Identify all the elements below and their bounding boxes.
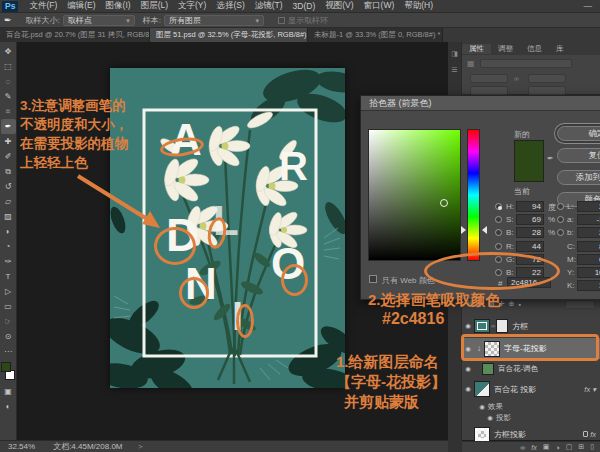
visibility-eye-icon[interactable]: ◉ bbox=[462, 365, 474, 373]
layer-name[interactable]: 方框投影 bbox=[494, 429, 526, 440]
sample-dropdown[interactable]: 所有图层 ▾ bbox=[164, 15, 264, 26]
tab-document-3[interactable]: 未标题-1 @ 33.3% (图层 0, RGB/8#) * × bbox=[308, 28, 443, 42]
dodge-tool[interactable]: ◔ bbox=[1, 239, 16, 254]
menu-window[interactable]: 窗口(W) bbox=[359, 0, 400, 12]
c-value-field[interactable]: 82 bbox=[577, 241, 600, 252]
color-field[interactable] bbox=[368, 129, 461, 261]
layer-fx-badge[interactable]: fx bbox=[583, 430, 596, 439]
r-value-field[interactable]: 44 bbox=[516, 241, 544, 252]
layer-thumbnail[interactable] bbox=[482, 363, 494, 375]
layer-fx-badge[interactable]: fx ▾ bbox=[584, 385, 596, 394]
add-to-swatches-button[interactable]: 添加到色板 bbox=[557, 170, 600, 185]
collapsed-panel-icon[interactable]: ◨ bbox=[448, 50, 461, 58]
menu-layer[interactable]: 图层(L) bbox=[136, 0, 173, 12]
show-sampling-ring-option[interactable]: 显示取样环 bbox=[278, 15, 328, 26]
menu-filter[interactable]: 滤镜(T) bbox=[250, 0, 288, 12]
brush-tool[interactable]: ✐ bbox=[1, 149, 16, 164]
k-value-field[interactable]: 37 bbox=[577, 280, 600, 291]
zoom-level-value[interactable]: 32.54% bbox=[8, 442, 35, 451]
quick-mask-button[interactable]: ▣ bbox=[1, 384, 16, 399]
layer-style-icon[interactable]: fx bbox=[531, 444, 536, 451]
clone-stamp-tool[interactable]: ⧉ bbox=[1, 164, 16, 179]
m-value-field[interactable]: 60 bbox=[577, 254, 600, 265]
y-value-field[interactable]: 100 bbox=[577, 267, 600, 278]
minimize-button[interactable]: — bbox=[576, 1, 600, 11]
collapsed-panel-icon[interactable]: ☰ bbox=[448, 66, 461, 74]
layer-effects-row[interactable]: ◉ 效果 bbox=[462, 401, 600, 412]
radio-b[interactable] bbox=[495, 229, 502, 236]
type-tool[interactable]: T bbox=[1, 269, 16, 284]
layer-name[interactable]: 百合花-调色 bbox=[498, 364, 538, 374]
layer-thumbnail[interactable] bbox=[474, 381, 490, 397]
tab-properties[interactable]: 属性 bbox=[462, 44, 491, 54]
screen-mode-button[interactable]: ◐ bbox=[1, 399, 16, 414]
web-colors-checkbox[interactable] bbox=[369, 275, 377, 283]
healing-brush-tool[interactable]: ✚ bbox=[1, 134, 16, 149]
visibility-eye-icon[interactable]: ◉ bbox=[484, 414, 496, 422]
menu-help[interactable]: 帮助(H) bbox=[399, 0, 438, 12]
tab-document-1[interactable]: 百合花.psd @ 20.7% (图层 31 拷贝, RGB/8#) * × bbox=[0, 28, 150, 42]
h-value-field[interactable]: 94 bbox=[516, 201, 544, 212]
menu-type[interactable]: 文字(Y) bbox=[173, 0, 211, 12]
tab-document-2-active[interactable]: 图层 51.psd @ 32.5% (字母-花投影, RGB/8#) * × bbox=[150, 28, 308, 42]
radio-l[interactable] bbox=[557, 203, 564, 210]
eyedropper-tool[interactable]: ✒ bbox=[1, 119, 16, 134]
visibility-eye-icon[interactable]: ◉ bbox=[462, 385, 474, 393]
radio-lab-b[interactable] bbox=[557, 229, 564, 236]
reset-button[interactable]: 复位 bbox=[557, 148, 600, 163]
l-value-field[interactable]: 27 bbox=[577, 201, 600, 212]
visibility-eye-icon[interactable]: ◉ bbox=[476, 403, 488, 411]
menu-image[interactable]: 图像(I) bbox=[101, 0, 136, 12]
path-selection-tool[interactable]: ▷ bbox=[1, 284, 16, 299]
link-layers-icon[interactable]: ∞ bbox=[520, 444, 525, 451]
shape-tool[interactable]: ▭ bbox=[1, 299, 16, 314]
blur-tool[interactable]: ◗ bbox=[1, 224, 16, 239]
more-tools-button[interactable]: ⋯ bbox=[1, 344, 16, 359]
lock-artboard-icon[interactable]: ⊕ bbox=[509, 300, 515, 308]
lock-all-icon[interactable]: ▪ bbox=[518, 301, 520, 308]
radio-s[interactable] bbox=[495, 216, 502, 223]
pen-tool[interactable]: ✑ bbox=[1, 254, 16, 269]
new-group-icon[interactable]: ▢ bbox=[566, 443, 573, 451]
delete-layer-icon[interactable]: ▯ bbox=[590, 443, 594, 451]
hand-tool[interactable]: ☞ bbox=[1, 314, 16, 329]
move-tool[interactable]: ✥ bbox=[1, 44, 16, 59]
menu-file[interactable]: 文件(F) bbox=[24, 0, 62, 12]
foreground-color-swatch[interactable] bbox=[1, 362, 11, 372]
tab-libraries[interactable]: 库 bbox=[549, 44, 571, 54]
hue-slider-arrow-left[interactable] bbox=[461, 226, 466, 234]
menu-select[interactable]: 选择(S) bbox=[211, 0, 249, 12]
layer-row-lily-color[interactable]: ◉ 百合花-调色 bbox=[462, 361, 600, 377]
layer-name[interactable]: 方框 bbox=[512, 321, 528, 332]
hue-slider[interactable] bbox=[467, 129, 480, 261]
new-layer-icon[interactable]: ⊞ bbox=[578, 443, 584, 451]
hue-slider-arrow-right[interactable] bbox=[482, 226, 487, 234]
radio-r[interactable] bbox=[495, 243, 502, 250]
layer-thumbnail[interactable] bbox=[474, 427, 490, 442]
eyedropper-tool-icon[interactable]: ✒ bbox=[4, 15, 12, 25]
zoom-tool[interactable]: ⊙ bbox=[1, 329, 16, 344]
layer-row-lily-shadow[interactable]: ◉ 百合花 投影 fx ▾ bbox=[462, 379, 600, 399]
radio-h[interactable] bbox=[495, 203, 502, 210]
a-value-field[interactable]: -18 bbox=[577, 214, 600, 225]
adjustment-layer-icon[interactable]: ◑ bbox=[555, 444, 559, 451]
menu-edit[interactable]: 编辑(E) bbox=[62, 0, 100, 12]
sample-size-dropdown[interactable]: 取样点 ▾ bbox=[63, 15, 135, 26]
add-mask-icon[interactable]: ▣ bbox=[543, 443, 550, 451]
s-value-field[interactable]: 69 bbox=[516, 214, 544, 225]
quick-selection-tool[interactable]: ✎ bbox=[1, 89, 16, 104]
ok-button[interactable]: 确定 bbox=[557, 126, 600, 141]
lasso-tool[interactable]: ◌ bbox=[1, 74, 16, 89]
b-value-field[interactable]: 28 bbox=[516, 227, 544, 238]
crop-tool[interactable]: ⌗ bbox=[1, 104, 16, 119]
radio-a[interactable] bbox=[557, 216, 564, 223]
tab-info[interactable]: 信息 bbox=[520, 44, 549, 54]
gradient-tool[interactable]: ▨ bbox=[1, 209, 16, 224]
status-expand-icon[interactable]: ＞ bbox=[137, 441, 145, 452]
history-brush-tool[interactable]: ↺ bbox=[1, 179, 16, 194]
eraser-tool[interactable]: ▱ bbox=[1, 194, 16, 209]
layer-dropshadow-row[interactable]: ◉ 投影 bbox=[462, 412, 600, 423]
layer-name[interactable]: 百合花 投影 bbox=[494, 384, 536, 395]
color-field-marker[interactable] bbox=[440, 199, 448, 207]
tab-adjustments[interactable]: 调整 bbox=[491, 44, 520, 54]
